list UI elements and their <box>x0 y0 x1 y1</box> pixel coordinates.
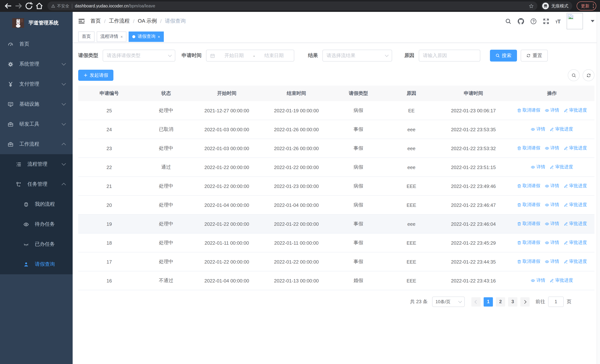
progress-action-link[interactable]: 审批进度 <box>550 126 573 132</box>
cell-applied: 2022-01-22 23:53:35 <box>437 120 510 139</box>
table-row-20: 20处理中2022-01-04 00:00:002022-01-04 00:00… <box>78 196 594 215</box>
cell-status: 不通过 <box>140 271 192 290</box>
close-icon[interactable]: × <box>121 34 123 39</box>
reload-icon[interactable] <box>24 1 33 10</box>
progress-action-link[interactable]: 审批进度 <box>550 278 573 284</box>
detail-action-link[interactable]: 详情 <box>545 183 559 189</box>
sidebar-item-4[interactable]: 研发工具 <box>0 114 73 134</box>
cell-end: 2022-01-04 00:00:00 <box>262 196 331 215</box>
sidebar-item-9[interactable]: 待办任务 <box>0 214 73 234</box>
cancel-action-link[interactable]: 取消请假 <box>517 221 540 227</box>
bookmark-star-icon[interactable] <box>529 3 534 8</box>
fullscreen-icon[interactable] <box>543 18 549 24</box>
sidebar-item-6[interactable]: 流程管理 <box>0 154 73 174</box>
toggle-search-button[interactable] <box>568 69 580 81</box>
tab-1[interactable]: 流程详情× <box>97 31 127 42</box>
sidebar-item-0[interactable]: 首页 <box>0 34 73 54</box>
cell-start: 2022-01-03 00:00:00 <box>192 120 262 139</box>
github-icon[interactable] <box>517 18 524 24</box>
create-leave-button[interactable]: 发起请假 <box>78 70 113 81</box>
sidebar-item-5[interactable]: 工作流程 <box>0 134 73 154</box>
cancel-action-link[interactable]: 取消请假 <box>517 145 540 151</box>
tab-0[interactable]: 首页 <box>78 31 94 42</box>
sidebar-item-8[interactable]: 我的流程 <box>0 194 73 214</box>
tab-label: 流程详情 <box>100 33 118 40</box>
help-icon[interactable] <box>530 18 536 24</box>
detail-action-link[interactable]: 详情 <box>531 278 545 284</box>
progress-action-link[interactable]: 审批进度 <box>564 221 587 227</box>
cell-actions: 取消请假详情审批进度 <box>509 101 594 120</box>
browser-menu-icon[interactable] <box>593 4 594 8</box>
cell-start: 2022-01-22 00:00:00 <box>192 158 262 177</box>
cancel-action-link[interactable]: 取消请假 <box>517 183 540 189</box>
progress-action-link[interactable]: 审批进度 <box>564 240 587 246</box>
result-select[interactable]: 请选择流结果 <box>322 50 392 62</box>
progress-action-link[interactable]: 审批进度 <box>564 259 587 265</box>
cancel-action-link[interactable]: 取消请假 <box>517 240 540 246</box>
cancel-action-link[interactable]: 取消请假 <box>517 259 540 265</box>
toolbox-icon <box>7 121 13 127</box>
cell-start: 2022-01-04 00:00:00 <box>192 271 262 290</box>
eye-s-icon <box>545 260 549 264</box>
sidebar-collapse-icon[interactable] <box>78 18 85 24</box>
cell-applied: 2022-01-22 23:46:47 <box>437 196 510 215</box>
sidebar-item-11[interactable]: 请假查询 <box>0 254 73 274</box>
detail-action-link[interactable]: 详情 <box>545 221 559 227</box>
detail-action-link[interactable]: 详情 <box>545 240 559 246</box>
progress-action-link[interactable]: 审批进度 <box>564 107 587 114</box>
detail-action-link[interactable]: 详情 <box>531 164 545 170</box>
forward-icon[interactable] <box>14 1 23 10</box>
sidebar-item-2[interactable]: 支付管理 <box>0 74 73 94</box>
search-icon[interactable] <box>505 18 511 24</box>
page-button-1[interactable]: 1 <box>484 297 493 306</box>
avatar-caret-icon[interactable] <box>591 20 594 22</box>
reset-button[interactable]: 重置 <box>521 50 548 62</box>
refresh-table-button[interactable] <box>582 69 594 81</box>
font-size-icon[interactable]: TT <box>555 18 560 24</box>
search-button[interactable]: 搜索 <box>490 50 517 62</box>
progress-action-link[interactable]: 审批进度 <box>564 202 587 208</box>
close-icon[interactable]: × <box>158 34 160 39</box>
avatar[interactable] <box>567 13 583 29</box>
column-header-0: 申请编号 <box>78 86 140 101</box>
detail-action-link[interactable]: 详情 <box>531 126 545 132</box>
update-button[interactable]: 更新 <box>576 1 596 10</box>
cancel-action-link[interactable]: 取消请假 <box>517 107 540 114</box>
sidebar-item-7[interactable]: 任务管理 <box>0 174 73 194</box>
page-size-select[interactable]: 10条/页 <box>432 297 465 307</box>
leave-table: 申请编号状态开始时间结束时间请假类型原因申请时间操作 25处理中2021-12-… <box>78 86 594 290</box>
next-page-button[interactable] <box>520 297 530 306</box>
security-label: 不安全 <box>57 3 69 9</box>
cell-start: 2022-01-22 00:00:00 <box>192 252 262 271</box>
chevron-down-icon <box>62 161 66 166</box>
detail-action-link[interactable]: 详情 <box>545 107 559 114</box>
detail-action-link[interactable]: 详情 <box>545 145 559 151</box>
breadcrumb-item-1[interactable]: 工作流程 <box>109 18 130 24</box>
scrollbar[interactable] <box>597 12 600 364</box>
home-icon[interactable] <box>35 1 44 10</box>
reason-input[interactable]: 请输入原因 <box>419 50 480 62</box>
sidebar-item-3[interactable]: 基础设施 <box>0 94 73 114</box>
cell-status: 通过 <box>140 158 192 177</box>
leave-type-select[interactable]: 请选择请假类型 <box>103 50 175 62</box>
page-button-3[interactable]: 3 <box>508 297 517 306</box>
back-icon[interactable] <box>4 1 13 10</box>
url-bar[interactable]: 不安全 dashboard.yudao.iocoder.cn/bpm/oa/le… <box>47 1 537 10</box>
cancel-action-link[interactable]: 取消请假 <box>517 202 540 208</box>
breadcrumb-item-2[interactable]: OA 示例 <box>138 18 157 24</box>
progress-action-link[interactable]: 审批进度 <box>550 164 573 170</box>
sidebar-item-10[interactable]: 已办任务 <box>0 234 73 254</box>
detail-action-link[interactable]: 详情 <box>545 259 559 265</box>
cell-reason: eee <box>386 158 437 177</box>
progress-action-link[interactable]: 审批进度 <box>564 183 587 189</box>
column-header-7: 操作 <box>509 86 594 101</box>
detail-action-link[interactable]: 详情 <box>545 202 559 208</box>
tab-2[interactable]: 请假查询× <box>129 31 164 42</box>
page-button-2[interactable]: 2 <box>496 297 505 306</box>
progress-action-link[interactable]: 审批进度 <box>564 145 587 151</box>
apply-time-range-picker[interactable]: 开始日期 - 结束日期 <box>206 50 294 62</box>
breadcrumb-item-0[interactable]: 首页 <box>90 18 101 24</box>
goto-page-input[interactable]: 1 <box>548 297 564 307</box>
sidebar-item-1[interactable]: 系统管理 <box>0 54 73 74</box>
page-content: 请假类型 请选择请假类型 申请时间 开始日期 - 结束日期 结果 请选择流结果 <box>73 43 600 364</box>
